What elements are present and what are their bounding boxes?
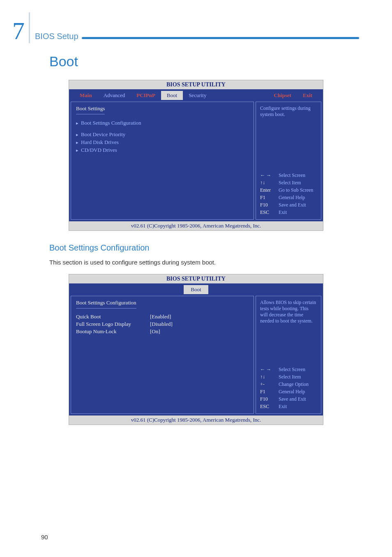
submenu-boot-settings-config[interactable]: Boot Settings Configuration	[76, 120, 249, 126]
key-f1: F1	[260, 388, 279, 395]
key-legend: ← → ↑↓ Enter F1 F10 ESC Select Screen Se…	[260, 172, 317, 216]
bios-title: BIOS SETUP UTILITY	[69, 274, 323, 283]
key-esc: ESC	[260, 209, 279, 216]
subheading-boot-settings-config: Boot Settings Configuration	[49, 243, 359, 253]
setting-full-screen-logo[interactable]: Full Screen Logo Display [Disabled]	[76, 321, 249, 327]
submenu-hard-disk-drives[interactable]: Hard Disk Drives	[76, 139, 249, 146]
action-select-item: Select Item	[279, 179, 313, 186]
action-select-screen: Select Screen	[279, 366, 309, 373]
action-sub-screen: Go to Sub Screen	[279, 186, 313, 194]
tab-boot[interactable]: Boot	[184, 285, 208, 294]
tab-boot[interactable]: Boot	[161, 91, 183, 100]
bios-right-pane: Configure settings during system boot. ←…	[256, 102, 321, 220]
action-general-help: General Help	[279, 194, 313, 201]
bios-tab-bar: Boot	[69, 283, 323, 294]
setting-value: [Enabled]	[150, 313, 171, 320]
tab-pcipnp[interactable]: PCIPnP	[131, 91, 161, 100]
setting-label: Quick Boot	[76, 313, 150, 320]
bios-screenshot-boot-settings-config: BIOS SETUP UTILITY Boot Boot Settings Co…	[69, 274, 323, 425]
bios-footer: v02.61 (C)Copyright 1985-2006, American …	[69, 221, 323, 230]
submenu-cd-dvd-drives[interactable]: CD/DVD Drives	[76, 147, 249, 153]
tab-security[interactable]: Security	[183, 91, 212, 100]
setting-label: Full Screen Logo Display	[76, 321, 150, 327]
key-ud: ↑↓	[260, 179, 279, 186]
body-text: This section is used to configure settin…	[49, 259, 359, 266]
action-save-exit: Save and Exit	[279, 201, 313, 209]
help-text: Configure settings during system boot.	[260, 105, 317, 118]
page-number: 90	[41, 534, 48, 541]
submenu-boot-device-priority[interactable]: Boot Device Priority	[76, 131, 249, 138]
key-esc: ESC	[260, 403, 279, 410]
action-select-screen: Select Screen	[279, 172, 313, 179]
key-lr: ← →	[260, 366, 279, 373]
action-save-exit: Save and Exit	[279, 395, 309, 403]
chapter-title: BIOS Setup	[35, 32, 78, 43]
key-ud: ↑↓	[260, 373, 279, 381]
setting-value: [Disabled]	[150, 321, 173, 327]
setting-label: Bootup Num-Lock	[76, 328, 150, 335]
key-lr: ← →	[260, 172, 279, 179]
key-legend: ← → ↑↓ +- F1 F10 ESC Select Screen Selec…	[260, 366, 317, 410]
key-f1: F1	[260, 194, 279, 201]
tab-exit[interactable]: Exit	[297, 91, 318, 100]
bios-right-pane: Allows BIOS to skip certain tests while …	[256, 296, 321, 414]
action-general-help: General Help	[279, 388, 309, 395]
chapter-number: 7	[12, 19, 25, 43]
setting-value: [On]	[150, 328, 160, 335]
key-f10: F10	[260, 395, 279, 403]
chapter-header: 7 BIOS Setup	[12, 12, 359, 43]
action-exit: Exit	[279, 403, 309, 410]
bios-left-pane: Boot Settings Configuration Quick Boot […	[71, 296, 254, 414]
tab-main[interactable]: Main	[74, 91, 98, 100]
key-enter: Enter	[260, 186, 279, 194]
header-rule	[82, 37, 359, 39]
bios-footer: v02.61 (C)Copyright 1985-2006, American …	[69, 415, 323, 425]
bios-left-pane: Boot Settings Boot Settings Configuratio…	[71, 102, 254, 220]
bios-screenshot-boot-settings: BIOS SETUP UTILITY Main Advanced PCIPnP …	[69, 80, 323, 231]
help-text: Allows BIOS to skip certain tests while …	[260, 299, 317, 324]
setting-bootup-numlock[interactable]: Bootup Num-Lock [On]	[76, 328, 249, 335]
tab-chipset[interactable]: Chipset	[268, 91, 297, 100]
action-select-item: Select Item	[279, 373, 309, 381]
bios-title: BIOS SETUP UTILITY	[69, 80, 323, 89]
bios-tab-bar: Main Advanced PCIPnP Boot Security Chips…	[69, 89, 323, 100]
chapter-number-box: 7	[12, 12, 30, 43]
action-exit: Exit	[279, 209, 313, 216]
key-f10: F10	[260, 201, 279, 209]
section-bsc: Boot Settings Configuration	[76, 299, 136, 309]
setting-quick-boot[interactable]: Quick Boot [Enabled]	[76, 313, 249, 320]
key-pm: +-	[260, 381, 279, 388]
page-heading-boot: Boot	[49, 53, 359, 70]
tab-advanced[interactable]: Advanced	[98, 91, 131, 100]
section-boot-settings: Boot Settings	[76, 105, 105, 114]
action-change-option: Change Option	[279, 381, 309, 388]
